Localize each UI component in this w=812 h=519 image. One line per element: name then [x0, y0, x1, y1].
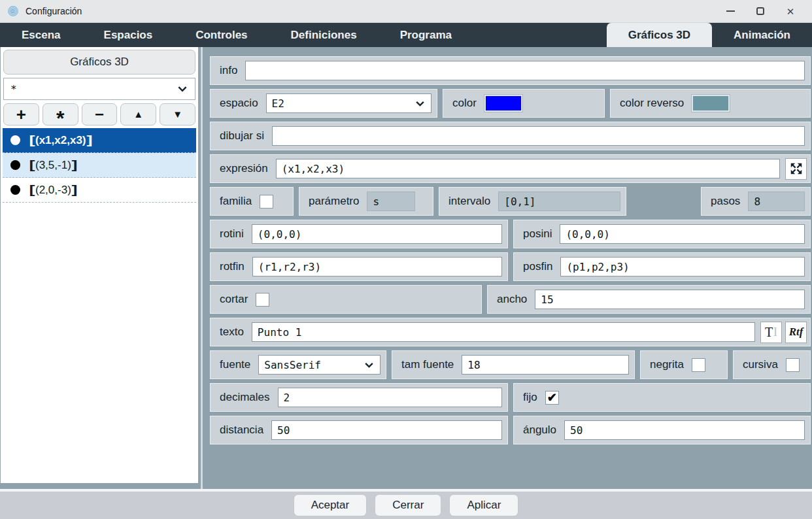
text-plain-icon: T: [765, 325, 773, 340]
rotfin-group: rotfin: [210, 252, 508, 281]
tab-definiciones[interactable]: Definiciones: [269, 23, 379, 47]
distancia-group: distancia: [210, 416, 508, 444]
negrita-label: negrita: [641, 358, 692, 371]
tab-controles[interactable]: Controles: [174, 23, 269, 47]
window-controls: ✕: [715, 1, 805, 21]
expand-icon: [789, 161, 804, 176]
list-item-3-5-m1[interactable]: [(3,5,-1)]: [3, 153, 196, 178]
posini-input[interactable]: [560, 224, 805, 244]
item-bullet-icon: [10, 135, 20, 145]
panel-divider: [199, 47, 205, 489]
tab-bar: Escena Espacios Controles Definiciones P…: [0, 23, 812, 47]
texto-group: texto TI Rtf: [210, 318, 811, 346]
fuente-value: SansSerif: [264, 359, 321, 371]
texto-input[interactable]: [252, 322, 755, 342]
list-item-label: [(2,0,-3)]: [29, 183, 78, 197]
info-group: info: [210, 56, 811, 85]
accept-button[interactable]: Aceptar: [294, 494, 367, 516]
intervalo-input[interactable]: [498, 192, 620, 211]
asterisk-button[interactable]: *: [42, 103, 78, 126]
tam-fuente-input[interactable]: [462, 355, 629, 375]
apply-button[interactable]: Aplicar: [449, 494, 518, 516]
familia-checkbox[interactable]: [260, 195, 273, 209]
tam-fuente-group: tam fuente: [392, 350, 635, 379]
graphics-list-panel: Gráficos 3D * + * − ▲ ▼ [(x1,x2,x3)] [(3…: [0, 47, 199, 484]
close-icon: ✕: [787, 7, 795, 16]
posfin-input[interactable]: [560, 257, 805, 276]
pasos-group: pasos: [701, 187, 811, 216]
fuente-label: fuente: [211, 358, 258, 371]
cortar-group: cortar: [210, 285, 482, 314]
tab-programa[interactable]: Programa: [379, 23, 473, 47]
rotini-input[interactable]: [252, 224, 502, 244]
ancho-input[interactable]: [535, 290, 805, 309]
dialog-footer: Aceptar Cerrar Aplicar: [0, 489, 812, 519]
negrita-checkbox[interactable]: [692, 358, 705, 372]
move-up-button[interactable]: ▲: [120, 103, 156, 126]
ancho-label: ancho: [488, 293, 535, 306]
scrollbar-track: [201, 47, 203, 489]
text-rtf-button[interactable]: Rtf: [785, 322, 807, 343]
posfin-label: posfin: [514, 260, 560, 273]
dibujar-si-group: dibujar si: [210, 122, 811, 150]
info-label: info: [211, 64, 245, 77]
move-down-button[interactable]: ▼: [160, 103, 195, 126]
info-input[interactable]: [245, 61, 805, 80]
espacio-select[interactable]: E2: [266, 93, 431, 113]
parametro-label: parámetro: [299, 195, 367, 208]
minimize-icon: [726, 10, 735, 12]
distancia-input[interactable]: [271, 420, 502, 440]
close-dialog-button[interactable]: Cerrar: [375, 494, 441, 516]
rtf-icon: Rtf: [789, 326, 804, 339]
text-plain-button[interactable]: TI: [760, 322, 782, 343]
tab-espacios[interactable]: Espacios: [82, 23, 175, 47]
text-cursor-icon: I: [773, 326, 777, 339]
dibujar-si-label: dibujar si: [211, 129, 272, 142]
remove-button[interactable]: −: [82, 103, 118, 126]
rotini-group: rotini: [210, 220, 508, 248]
cursiva-group: cursiva: [733, 350, 811, 379]
tab-animacion[interactable]: Animación: [712, 23, 812, 47]
tab-escena[interactable]: Escena: [0, 23, 82, 47]
espacio-group: espacio E2: [210, 89, 437, 118]
row-spacer: [632, 187, 696, 216]
fuente-select[interactable]: SansSerif: [258, 355, 381, 375]
color-swatch[interactable]: [484, 95, 522, 112]
maximize-button[interactable]: [745, 1, 775, 21]
close-button[interactable]: ✕: [775, 1, 805, 21]
filter-dropdown[interactable]: *: [3, 78, 195, 100]
angulo-label: ángulo: [514, 424, 564, 437]
dibujar-si-input[interactable]: [272, 126, 805, 146]
chevron-down-icon: [177, 83, 188, 95]
pasos-input[interactable]: [748, 192, 805, 211]
filter-value: *: [10, 83, 17, 95]
ancho-group: ancho: [487, 285, 811, 314]
distancia-label: distancia: [211, 424, 271, 437]
expresion-label: expresión: [211, 162, 276, 175]
cursiva-checkbox[interactable]: [786, 358, 800, 372]
expresion-input[interactable]: [276, 159, 780, 178]
chevron-down-icon: [414, 98, 426, 109]
tab-graficos-3d[interactable]: Gráficos 3D: [607, 23, 712, 47]
title-bar: Configuración ✕: [0, 0, 812, 23]
list-item-x1x2x3[interactable]: [(x1,x2,x3)]: [3, 128, 196, 153]
rotfin-input[interactable]: [252, 257, 502, 276]
cortar-checkbox[interactable]: [256, 293, 269, 307]
pasos-label: pasos: [702, 195, 748, 208]
tab-spacer: [473, 23, 607, 47]
parametro-input[interactable]: [367, 192, 415, 211]
decimales-label: decimales: [211, 391, 278, 404]
list-item-label: [(x1,x2,x3)]: [29, 133, 93, 147]
posfin-group: posfin: [513, 252, 811, 281]
expand-expression-button[interactable]: [785, 158, 807, 180]
color-reverso-swatch[interactable]: [692, 95, 730, 112]
fijo-checkbox[interactable]: ✔: [545, 391, 559, 405]
add-button[interactable]: +: [3, 103, 39, 126]
angulo-input[interactable]: [564, 420, 805, 440]
expresion-group: expresión: [210, 154, 811, 183]
list-item-label: [(3,5,-1)]: [29, 158, 78, 172]
list-item-2-0-m3[interactable]: [(2,0,-3)]: [3, 178, 196, 203]
fijo-label: fijo: [514, 391, 545, 404]
minimize-button[interactable]: [715, 1, 745, 21]
decimales-input[interactable]: [278, 388, 502, 407]
